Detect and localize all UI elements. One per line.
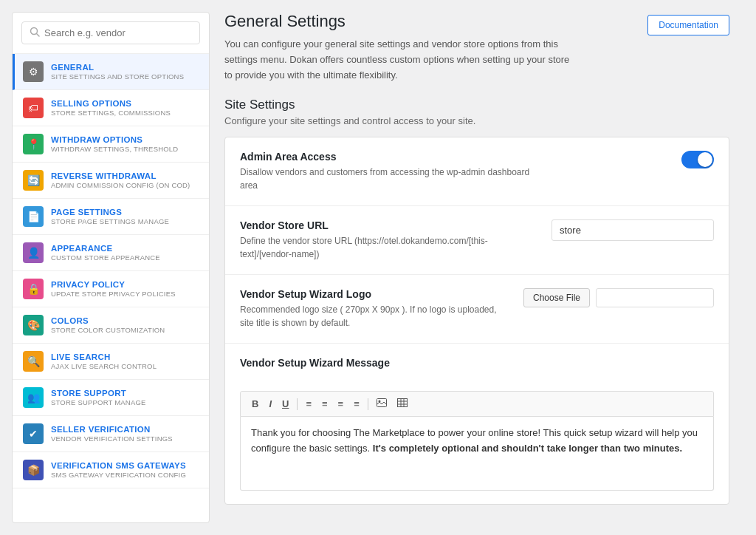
admin-area-access-row: Admin Area Access Disallow vendors and c… [225,137,729,206]
toolbar-divider-2 [368,398,368,410]
sidebar-item-title-general: GENERAL [51,63,184,72]
file-name-input[interactable] [596,288,714,307]
toolbar-image[interactable] [373,396,391,412]
toolbar-align-left[interactable]: ≡ [302,396,315,412]
sidebar-item-subtitle-reverse-withdrawal: ADMIN COMMISSION CONFIG (ON COD) [51,181,190,189]
site-settings-title: Site Settings [224,98,729,112]
toolbar-align-center[interactable]: ≡ [318,396,331,412]
sidebar-item-subtitle-page-settings: STORE PAGE SETTINGS MANAGE [51,217,169,225]
svg-rect-4 [397,399,407,407]
vendor-setup-wizard-message-row: Vendor Setup Wizard Message B I U ≡ ≡ ≡ … [225,344,729,504]
search-input[interactable] [44,27,192,38]
vendor-store-url-label: Vendor Store URL [240,219,540,231]
file-upload-group: Choose File [523,288,714,307]
sidebar-item-title-reverse-withdrawal: REVERSE WITHDRAWAL [51,171,190,180]
editor-content: Thank you for choosing The Marketplace t… [251,427,698,454]
sidebar-item-subtitle-selling-options: STORE SETTINGS, COMMISSIONS [51,109,171,117]
vendor-setup-wizard-message-label: Vendor Setup Wizard Message [240,357,390,369]
store-support-icon: 👥 [23,387,44,408]
sidebar-item-withdraw-options[interactable]: 📍WITHDRAW OPTIONSWITHDRAW SETTINGS, THRE… [13,126,209,163]
admin-area-access-description: Disallow vendors and customers from acce… [240,166,535,192]
sidebar-item-subtitle-colors: STORE COLOR CUSTOMIZATION [51,326,165,334]
sidebar: ⚙GENERALSITE SETTINGS AND STORE OPTIONS🏷… [12,12,210,523]
page-settings-icon: 📄 [23,206,44,227]
sidebar-item-reverse-withdrawal[interactable]: 🔄REVERSE WITHDRAWALADMIN COMMISSION CONF… [13,163,209,199]
documentation-button[interactable]: Documentation [647,15,729,35]
sidebar-item-live-search[interactable]: 🔍LIVE SEARCHAJAX LIVE SEARCH CONTROL [13,344,209,380]
toolbar-divider-1 [297,398,298,410]
sidebar-item-title-appearance: APPEARANCE [51,244,160,253]
editor-container: B I U ≡ ≡ ≡ ≡ [240,391,714,491]
withdraw-options-icon: 📍 [23,134,44,154]
sidebar-item-page-settings[interactable]: 📄PAGE SETTINGSSTORE PAGE SETTINGS MANAGE [13,199,209,235]
vendor-setup-wizard-logo-label: Vendor Setup Wizard Logo [240,288,512,300]
seller-verification-icon: ✔ [23,423,44,444]
sidebar-item-colors[interactable]: 🎨COLORSSTORE COLOR CUSTOMIZATION [13,307,209,344]
sidebar-item-title-privacy-policy: PRIVACY POLICY [51,280,176,289]
general-icon: ⚙ [23,61,44,82]
sidebar-item-title-withdraw-options: WITHDRAW OPTIONS [51,135,178,144]
toolbar-underline[interactable]: U [278,396,292,412]
toolbar-italic[interactable]: I [265,396,275,412]
sidebar-item-subtitle-withdraw-options: WITHDRAW SETTINGS, THRESHOLD [51,145,178,153]
appearance-icon: 👤 [23,242,44,263]
toolbar-align-right[interactable]: ≡ [334,396,348,412]
colors-icon: 🎨 [23,315,44,335]
sidebar-item-verification-sms[interactable]: 📦VERIFICATION SMS GATEWAYSSMS GATEWAY VE… [13,452,209,488]
vendor-setup-wizard-logo-row: Vendor Setup Wizard Logo Recommended log… [225,275,729,344]
search-icon [30,27,40,39]
vendor-store-url-description: Define the vendor store URL (https://ote… [240,234,535,261]
sidebar-item-general[interactable]: ⚙GENERALSITE SETTINGS AND STORE OPTIONS [13,54,209,90]
reverse-withdrawal-icon: 🔄 [23,170,44,191]
sidebar-item-title-live-search: LIVE SEARCH [51,352,157,361]
sidebar-item-selling-options[interactable]: 🏷SELLING OPTIONSSTORE SETTINGS, COMMISSI… [13,90,209,126]
sidebar-item-title-seller-verification: SELLER VERIFICATION [51,425,173,434]
admin-area-access-toggle[interactable] [681,151,714,168]
sidebar-nav: ⚙GENERALSITE SETTINGS AND STORE OPTIONS🏷… [13,54,209,488]
sidebar-item-subtitle-general: SITE SETTINGS AND STORE OPTIONS [51,72,184,81]
sidebar-item-subtitle-verification-sms: SMS GATEWAY VERIFICATION CONFIG [51,471,186,479]
toolbar-table[interactable] [394,396,411,412]
editor-toolbar: B I U ≡ ≡ ≡ ≡ [240,391,714,417]
vendor-store-url-input[interactable] [551,219,714,241]
sidebar-item-appearance[interactable]: 👤APPEARANCECUSTOM STORE APPEARANCE [13,235,209,271]
site-settings-subtitle: Configure your site settings and control… [224,115,729,126]
sidebar-item-title-verification-sms: VERIFICATION SMS GATEWAYS [51,461,186,470]
choose-file-button[interactable]: Choose File [523,288,590,307]
vendor-setup-wizard-logo-description: Recommended logo size ( 270px X 90px ). … [240,303,512,330]
sidebar-item-subtitle-live-search: AJAX LIVE SEARCH CONTROL [51,362,157,370]
toolbar-bold[interactable]: B [248,396,262,412]
selling-options-icon: 🏷 [23,98,44,118]
sidebar-item-title-selling-options: SELLING OPTIONS [51,99,171,108]
sidebar-item-title-page-settings: PAGE SETTINGS [51,208,169,217]
settings-card: Admin Area Access Disallow vendors and c… [224,137,729,505]
live-search-icon: 🔍 [23,351,44,372]
verification-sms-icon: 📦 [23,460,44,480]
main-content: General Settings You can configure your … [210,12,744,523]
sidebar-item-store-support[interactable]: 👥STORE SUPPORTSTORE SUPPORT MANAGE [13,380,209,416]
sidebar-item-subtitle-seller-verification: VENDOR VERIFICATION SETTINGS [51,435,173,443]
search-box [13,13,209,54]
toolbar-align-justify[interactable]: ≡ [350,396,363,412]
sidebar-item-title-colors: COLORS [51,316,165,325]
sidebar-item-privacy-policy[interactable]: 🔒PRIVACY POLICYUPDATE STORE PRIVACY POLI… [13,271,209,307]
svg-line-1 [37,34,40,37]
sidebar-item-seller-verification[interactable]: ✔SELLER VERIFICATIONVENDOR VERIFICATION … [13,416,209,452]
sidebar-item-subtitle-privacy-policy: UPDATE STORE PRIVACY POLICIES [51,290,176,298]
admin-area-access-label: Admin Area Access [240,151,670,163]
vendor-store-url-row: Vendor Store URL Define the vendor store… [225,206,729,275]
editor-area[interactable]: Thank you for choosing The Marketplace t… [240,417,714,491]
page-title: General Settings [224,12,579,31]
sidebar-item-subtitle-appearance: CUSTOM STORE APPEARANCE [51,253,160,262]
sidebar-item-subtitle-store-support: STORE SUPPORT MANAGE [51,398,146,406]
privacy-policy-icon: 🔒 [23,279,44,299]
page-description: You can configure your general site sett… [224,37,579,83]
page-header: General Settings You can configure your … [224,12,729,83]
sidebar-item-title-store-support: STORE SUPPORT [51,389,146,398]
